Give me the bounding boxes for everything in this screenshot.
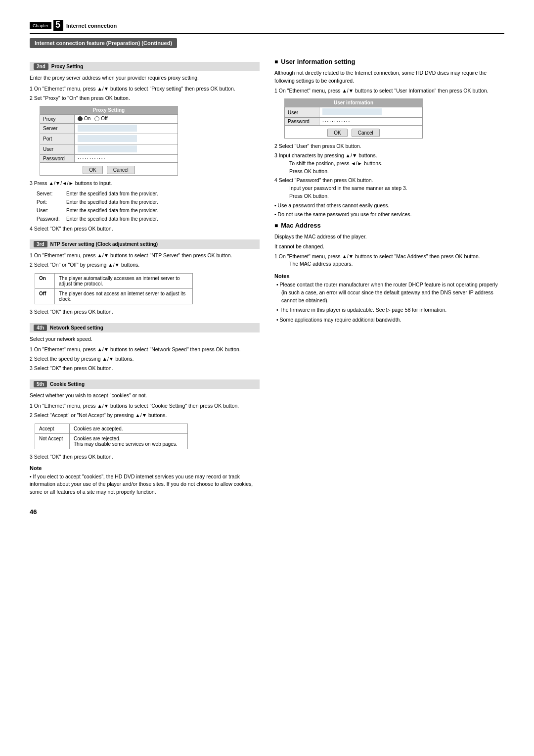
user-info-row-buttons: OK Cancel bbox=[285, 126, 423, 139]
password-label: Password bbox=[40, 154, 75, 162]
step3-header: 3rd NTP Server setting (Clock adjustment… bbox=[30, 239, 260, 249]
user-info-step5: • Use a password that others cannot easi… bbox=[274, 202, 504, 210]
mac-address-steps: 1 On "Ethernet" menu, press ▲/▼ buttons … bbox=[274, 253, 504, 269]
proxy-radio-group: On Off bbox=[78, 116, 108, 121]
step3-steps: 1 On "Ethernet" menu, press ▲/▼ buttons … bbox=[30, 252, 260, 269]
step2-step2: 2 Set "Proxy" to "On" then press OK butt… bbox=[30, 94, 260, 102]
user-info-user-value bbox=[319, 107, 423, 118]
proxy-table: Proxy Setting Proxy On Off bbox=[40, 106, 178, 176]
server-value bbox=[75, 123, 178, 134]
step2-steps: 1 On "Ethernet" menu, press ▲/▼ buttons … bbox=[30, 85, 260, 102]
step2-title: Proxy Setting bbox=[51, 64, 83, 69]
user-info-table: User information User Password ·········… bbox=[284, 98, 423, 139]
user-info-intro: Although not directly related to the Int… bbox=[274, 69, 504, 85]
port-detail: Port: Enter the specified data from the … bbox=[37, 198, 260, 206]
user-input[interactable] bbox=[78, 145, 137, 152]
mac-address-intro2: It cannot be changed. bbox=[274, 243, 504, 251]
proxy-row-user: User bbox=[40, 144, 178, 154]
mac-address-heading: Mac Address bbox=[274, 222, 504, 229]
step4-step2: 2 Select the speed by pressing ▲/▼ butto… bbox=[30, 355, 260, 363]
step3-indent: To shift the position, press ◄/► buttons… bbox=[281, 160, 382, 166]
user-label: User bbox=[40, 144, 75, 154]
step5-steps: 1 On "Ethernet" menu, press ▲/▼ buttons … bbox=[30, 402, 260, 420]
step5-intro: Select whether you wish to accept "cooki… bbox=[30, 392, 260, 400]
ntp-off-text: The player does not access an internet s… bbox=[55, 288, 193, 304]
radio-off-circle bbox=[94, 116, 99, 121]
user-info-note1: • Do not use the same password you use f… bbox=[274, 211, 504, 219]
step4-step1: 1 On "Ethernet" menu, press ▲/▼ buttons … bbox=[30, 346, 260, 354]
server-detail-text: Enter the specified data from the provid… bbox=[66, 189, 158, 198]
right-column: User information setting Although not di… bbox=[274, 55, 504, 498]
cookie-accept-label: Accept bbox=[35, 424, 70, 433]
port-label: Port bbox=[40, 134, 75, 144]
mac-address-intro1: Displays the MAC address of the player. bbox=[274, 233, 504, 241]
user-info-remaining-steps: 2 Select "User" then press OK button. 3 … bbox=[274, 142, 504, 219]
user-info-cancel-button[interactable]: Cancel bbox=[352, 129, 380, 137]
password-detail-text: Enter the specified data from the provid… bbox=[66, 215, 158, 223]
cookie-row-accept: Accept Cookies are accepted. bbox=[35, 424, 188, 433]
user-info-steps1: 1 On "Ethernet" menu, press ▲/▼ buttons … bbox=[274, 87, 504, 95]
mac-address-step1: 1 On "Ethernet" menu, press ▲/▼ buttons … bbox=[274, 253, 504, 269]
ntp-table: On The player automatically accesses an … bbox=[35, 273, 193, 304]
user-info-heading: User information setting bbox=[274, 58, 504, 65]
proxy-detail-lines: Server: Enter the specified data from th… bbox=[37, 189, 260, 223]
step3-badge: 3rd bbox=[34, 241, 47, 247]
port-detail-label: Port: bbox=[37, 198, 66, 206]
step3-title: NTP Server setting (Clock adjustment set… bbox=[50, 241, 158, 247]
cookie-table: Accept Cookies are accepted. Not Accept … bbox=[35, 424, 188, 449]
radio-off-label: Off bbox=[101, 116, 107, 121]
user-info-step4: 4 Select "Password" then press OK button… bbox=[274, 177, 504, 200]
step4-steps: 1 On "Ethernet" menu, press ▲/▼ buttons … bbox=[30, 346, 260, 372]
proxy-row-proxy: Proxy On Off bbox=[40, 115, 178, 124]
step4-title: Network Speed setting bbox=[50, 325, 103, 331]
proxy-row-server: Server bbox=[40, 123, 178, 134]
ntp-row-off: Off The player does not access an intern… bbox=[35, 288, 193, 304]
chapter-title: Internet connection bbox=[66, 23, 117, 29]
notes-item-2: The firmware in this player is updateabl… bbox=[274, 306, 504, 314]
step2-step4: 4 Select "OK" then press OK button. bbox=[30, 225, 260, 233]
section-title: Internet connection feature (Preparation… bbox=[30, 38, 177, 48]
proxy-label: Proxy bbox=[40, 115, 75, 124]
cookie-not-accept-label: Not Accept bbox=[35, 433, 70, 449]
user-info-ok-button[interactable]: OK bbox=[327, 129, 347, 137]
server-detail: Server: Enter the specified data from th… bbox=[37, 189, 260, 198]
password-detail-label: Password: bbox=[37, 215, 66, 223]
step2-step1: 1 On "Ethernet" menu, press ▲/▼ buttons … bbox=[30, 85, 260, 93]
cookie-row-not-accept: Not Accept Cookies are rejected.This may… bbox=[35, 433, 188, 449]
password-dots: ············ bbox=[78, 156, 106, 161]
user-info-step2: 2 Select "User" then press OK button. bbox=[274, 142, 504, 150]
proxy-cancel-button[interactable]: Cancel bbox=[107, 166, 135, 174]
left-column: 2nd Proxy Setting Enter the proxy server… bbox=[30, 55, 260, 498]
user-info-password-value: ············ bbox=[319, 118, 423, 126]
proxy-table-caption: Proxy Setting bbox=[40, 106, 178, 114]
user-value bbox=[75, 144, 178, 154]
user-info-btn-row: OK Cancel bbox=[288, 129, 419, 137]
user-info-row-user: User bbox=[285, 107, 423, 118]
user-info-user-input[interactable] bbox=[322, 108, 382, 115]
proxy-row-port: Port bbox=[40, 134, 178, 144]
proxy-row-buttons: OK Cancel bbox=[40, 162, 178, 175]
proxy-radio-off: Off bbox=[94, 116, 107, 121]
chapter-label: Chapter bbox=[30, 22, 51, 29]
radio-on-circle bbox=[78, 116, 83, 121]
user-info-row-password: Password ············ bbox=[285, 118, 423, 126]
step5-header: 5th Cookie Setting bbox=[30, 379, 260, 389]
user-info-caption: User information bbox=[284, 98, 423, 107]
cookie-accept-text: Cookies are accepted. bbox=[70, 424, 188, 433]
proxy-ok-button[interactable]: OK bbox=[83, 166, 102, 174]
server-detail-label: Server: bbox=[37, 189, 66, 198]
step5-step2: 2 Select "Accept" or "Not Accept" by pre… bbox=[30, 412, 260, 420]
server-input[interactable] bbox=[78, 125, 137, 132]
notes-item-3: Some applications may require additional… bbox=[274, 316, 504, 324]
step3-ok: Press OK button. bbox=[281, 168, 329, 174]
step3-step2: 2 Select "On" or "Off" by pressing ▲/▼ b… bbox=[30, 261, 260, 269]
step2-badge: 2nd bbox=[34, 63, 48, 70]
step2-header: 2nd Proxy Setting bbox=[30, 62, 260, 71]
port-input[interactable] bbox=[78, 135, 137, 142]
ntp-on-label: On bbox=[35, 273, 55, 288]
user-info-password-label: Password bbox=[285, 118, 319, 126]
notes-item-1: Please contact the router manufacturer w… bbox=[274, 281, 504, 304]
port-value bbox=[75, 134, 178, 144]
step3-step1: 1 On "Ethernet" menu, press ▲/▼ buttons … bbox=[30, 252, 260, 260]
proxy-radio-on: On bbox=[78, 116, 90, 121]
